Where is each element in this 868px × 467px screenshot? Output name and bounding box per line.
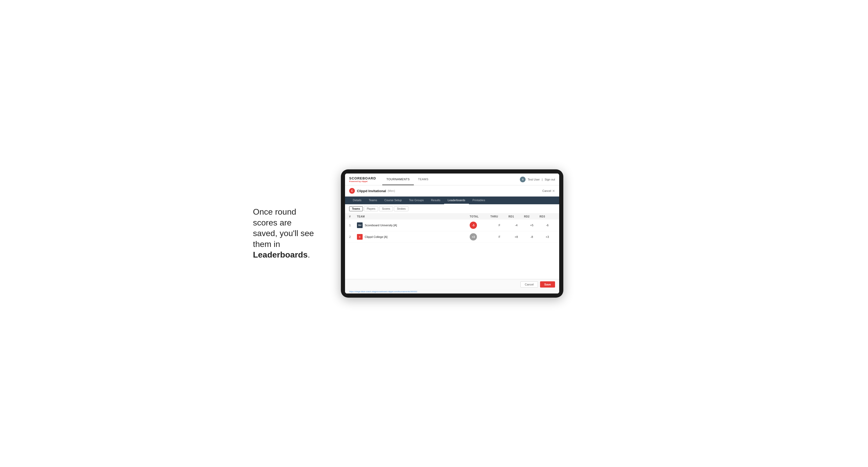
tab-course-setup[interactable]: Course Setup: [381, 196, 405, 204]
nav-tab-teams[interactable]: TEAMS: [414, 174, 432, 185]
tablet-frame: SCOREBOARD Powered by clippd TOURNAMENTS…: [341, 169, 563, 298]
thru-2: F: [490, 235, 508, 239]
tablet-screen: SCOREBOARD Powered by clippd TOURNAMENTS…: [345, 174, 559, 293]
tournament-icon: C: [349, 188, 355, 194]
desc-line5-bold: Leaderboards: [253, 250, 308, 259]
nav-right-section: S Test User | Sign out: [520, 177, 555, 182]
tournament-header: C Clippd Invitational (Men) Cancel ✕: [345, 185, 559, 196]
desc-line4: them in: [253, 240, 280, 249]
top-navigation: SCOREBOARD Powered by clippd TOURNAMENTS…: [345, 174, 559, 185]
col-header-rank: #: [349, 215, 357, 218]
team-cell-1: SU Scoreboard University [A]: [357, 222, 470, 228]
tab-printables[interactable]: Printables: [469, 196, 489, 204]
rd3-1: -6: [539, 224, 555, 227]
cancel-button[interactable]: Cancel: [520, 281, 538, 287]
filter-bar: Teams Players Scores Strokes: [345, 204, 559, 214]
table-header: # TEAM TOTAL THRU RD1 RD2 RD3: [345, 214, 559, 220]
total-cell-1: -5: [470, 222, 490, 229]
col-header-total: TOTAL: [470, 215, 490, 218]
total-badge-1: -5: [470, 222, 477, 229]
thru-1: F: [490, 224, 508, 227]
team-name-2: Clippd College [A]: [365, 235, 388, 239]
cancel-button-top[interactable]: Cancel ✕: [542, 189, 555, 193]
tournament-title: Clippd Invitational: [357, 189, 386, 193]
total-badge-2: +3: [470, 233, 477, 241]
user-avatar: S: [520, 177, 526, 182]
rd3-2: +3: [539, 235, 555, 239]
col-header-rd2: RD2: [524, 215, 539, 218]
filter-strokes[interactable]: Strokes: [394, 206, 408, 211]
table-row: 2 C Clippd College [A] +3 F +8 -8 +3: [345, 231, 559, 243]
sign-out-link[interactable]: Sign out: [545, 178, 555, 181]
desc-period: .: [308, 250, 310, 259]
rd2-2: -8: [524, 235, 539, 239]
status-bar: https://stage-blue-coach.stagescoarboard…: [345, 290, 559, 293]
col-header-rd3: RD3: [539, 215, 555, 218]
desc-line3: saved, you'll see: [253, 228, 314, 238]
powered-by-text: Powered by clippd: [349, 180, 376, 183]
col-header-thru: THRU: [490, 215, 508, 218]
col-header-team: TEAM: [357, 215, 470, 218]
save-button[interactable]: Save: [540, 281, 555, 287]
team-logo-1: SU: [357, 222, 363, 228]
team-name-1: Scoreboard University [A]: [365, 224, 397, 227]
team-logo-2: C: [357, 234, 363, 240]
footer-actions: Cancel Save: [345, 279, 559, 290]
filter-scores[interactable]: Scores: [379, 206, 393, 211]
close-icon: ✕: [552, 189, 555, 193]
table-row: 1 SU Scoreboard University [A] -5 F -4 +…: [345, 220, 559, 231]
logo-text: SCOREBOARD: [349, 176, 376, 180]
col-header-rd1: RD1: [508, 215, 524, 218]
rank-1: 1: [349, 224, 357, 227]
desc-line1: Once round: [253, 207, 296, 216]
filter-players[interactable]: Players: [364, 206, 378, 211]
team-cell-2: C Clippd College [A]: [357, 234, 470, 240]
rd2-1: +5: [524, 224, 539, 227]
status-url: https://stage-blue-coach.stagescoarboard…: [349, 290, 417, 293]
rd1-1: -4: [508, 224, 524, 227]
tab-tee-groups[interactable]: Tee Groups: [405, 196, 427, 204]
content-spacer: [345, 243, 559, 279]
nav-separator: |: [542, 178, 542, 181]
tournament-subtitle: (Men): [388, 189, 395, 192]
tab-leaderboards[interactable]: Leaderboards: [444, 196, 469, 204]
leaderboard-table: # TEAM TOTAL THRU RD1 RD2 RD3 1 SU Score…: [345, 214, 559, 243]
user-name: Test User: [528, 178, 539, 181]
desc-line2: scores are: [253, 218, 291, 227]
filter-teams[interactable]: Teams: [349, 206, 363, 211]
total-cell-2: +3: [470, 233, 490, 241]
tab-results[interactable]: Results: [427, 196, 444, 204]
tab-details[interactable]: Details: [349, 196, 365, 204]
left-description: Once round scores are saved, you'll see …: [253, 207, 326, 260]
rd1-2: +8: [508, 235, 524, 239]
tab-teams[interactable]: Teams: [365, 196, 381, 204]
rank-2: 2: [349, 235, 357, 239]
app-logo: SCOREBOARD Powered by clippd: [349, 176, 376, 183]
sub-navigation: Details Teams Course Setup Tee Groups Re…: [345, 196, 559, 204]
nav-tab-tournaments[interactable]: TOURNAMENTS: [382, 174, 414, 185]
main-nav-tabs: TOURNAMENTS TEAMS: [382, 174, 433, 185]
